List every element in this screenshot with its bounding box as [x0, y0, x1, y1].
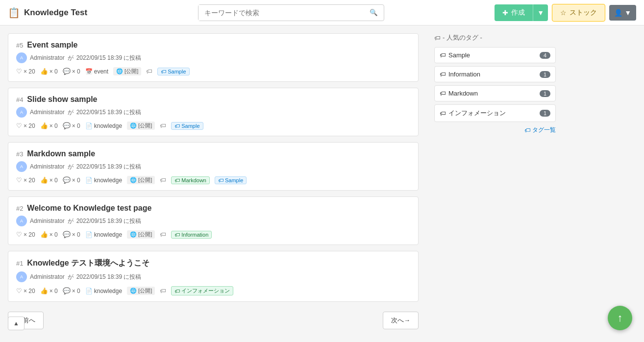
comments-stat: 💬 × 0 — [63, 231, 80, 238]
tag-badge[interactable]: 🏷インフォメーション — [171, 286, 233, 295]
post-meta-connector: が — [68, 108, 74, 117]
tag-icon: 🏷 — [174, 288, 180, 294]
post-author: Administrator — [30, 54, 65, 61]
visibility-badge: 🌐 [公開] — [127, 176, 155, 184]
avatar: A — [16, 161, 27, 172]
likes-count: × 20 — [24, 288, 35, 294]
post-title[interactable]: Slide show sample — [27, 95, 97, 103]
thumbs-count: × 0 — [50, 177, 58, 184]
tag-badge[interactable]: 🏷Sample — [215, 176, 247, 184]
star-icon: ☆ — [560, 9, 567, 17]
tag-list-link[interactable]: 🏷 タグ一覧 — [434, 126, 556, 134]
visibility-text: [公開] — [138, 122, 152, 129]
tag-badge[interactable]: 🏷Information — [171, 231, 212, 239]
tag-count: 4 — [540, 52, 550, 59]
tag-icon-inline: 🏷 — [160, 176, 166, 184]
thumbs-count: × 0 — [50, 122, 58, 129]
visibility-badge: 🌐 [公開] — [127, 230, 155, 239]
search-button[interactable]: 🔍 — [364, 5, 384, 20]
thumbs-icon: 👍 — [40, 231, 48, 238]
tag-icon: 🏷 — [174, 232, 180, 238]
tag-count: 1 — [540, 90, 550, 97]
comments-stat: 💬 × 0 — [63, 287, 80, 294]
category-badge: 📄 knowledge — [85, 231, 122, 238]
user-button[interactable]: 👤 ▼ — [609, 5, 636, 21]
create-dropdown-button[interactable]: ▼ — [533, 4, 548, 21]
tag-list-name: 🏷 Information — [440, 71, 480, 78]
tag-list-item[interactable]: 🏷 インフォメーション 1 — [434, 104, 556, 122]
post-title[interactable]: Markdown sample — [27, 149, 95, 158]
category-name: knowledge — [94, 231, 122, 238]
comments-stat: 💬 × 0 — [63, 68, 80, 75]
create-button[interactable]: ✚ 作成 — [495, 4, 533, 21]
likes-stat: ♡ × 20 — [16, 176, 35, 184]
post-stats: ♡ × 20 👍 × 0 💬 × 0 📄 knowledge 🌐 [公開] 🏷 … — [16, 230, 410, 239]
thumbs-icon: 👍 — [40, 122, 48, 129]
tag-list-item[interactable]: 🏷 Markdown 1 — [434, 85, 556, 101]
tag-count: 1 — [540, 71, 550, 78]
comment-icon: 💬 — [63, 68, 71, 75]
search-input[interactable] — [198, 5, 364, 21]
category-badge: 📄 knowledge — [85, 177, 122, 184]
post-title[interactable]: Knowledge テスト環境へようこそ — [27, 259, 149, 267]
tag-icon: 🏷 — [440, 71, 446, 78]
tag-list-item[interactable]: 🏷 Sample 4 — [434, 47, 556, 63]
post-card: #5 Event sample A Administrator が 2022/0… — [8, 33, 419, 82]
post-title[interactable]: Event sample — [27, 41, 77, 49]
content-area: #5 Event sample A Administrator が 2022/0… — [0, 25, 426, 342]
tag-name: Sample — [448, 51, 470, 59]
post-meta: A Administrator が 2022/09/15 18:39 に投稿 — [16, 216, 410, 226]
tag-badge[interactable]: 🏷Sample — [157, 68, 189, 75]
post-meta: A Administrator が 2022/09/15 18:39 に投稿 — [16, 107, 410, 118]
heart-icon: ♡ — [16, 287, 22, 294]
post-number: #1 — [16, 260, 23, 267]
header-right: ✚ 作成 ▼ ☆ ストック 👤 ▼ — [495, 4, 636, 22]
thumbs-count: × 0 — [50, 68, 58, 75]
avatar: A — [16, 216, 27, 226]
tag-badge[interactable]: 🏷Markdown — [171, 176, 210, 184]
plus-icon: ✚ — [502, 9, 508, 17]
tag-list-name: 🏷 Sample — [440, 51, 470, 59]
tag-badge[interactable]: 🏷Sample — [171, 122, 203, 130]
visibility-text: [公開] — [124, 68, 138, 75]
post-date: 2022/09/15 18:39 に投稿 — [76, 217, 142, 225]
header-left: 📋 Knowledge Test — [8, 7, 87, 19]
comments-stat: 💬 × 0 — [63, 176, 80, 184]
category-name: knowledge — [94, 177, 122, 184]
tag-list: 🏷 Sample 4 🏷 Information 1 🏷 Markdown 1 … — [434, 47, 556, 122]
thumbs-count: × 0 — [50, 288, 58, 294]
category-icon: 📄 — [85, 122, 93, 129]
next-page-button[interactable]: 次へ→ — [383, 312, 419, 329]
post-meta-connector: が — [68, 217, 74, 225]
post-meta: A Administrator が 2022/09/15 18:39 に投稿 — [16, 271, 410, 282]
likes-count: × 20 — [24, 122, 35, 129]
post-meta: A Administrator が 2022/09/15 18:39 に投稿 — [16, 161, 410, 172]
category-icon: 📄 — [85, 288, 93, 294]
heart-icon: ♡ — [16, 122, 22, 129]
visibility-text: [公開] — [138, 287, 152, 294]
tag-list-icon: 🏷 — [524, 127, 530, 134]
comments-count: × 0 — [72, 177, 80, 184]
tag-icon-inline: 🏷 — [160, 231, 166, 238]
heart-icon: ♡ — [16, 176, 22, 184]
likes-stat: ♡ × 20 — [16, 231, 35, 238]
thumbs-stat: 👍 × 0 — [40, 68, 58, 75]
tag-list-name: 🏷 Markdown — [440, 90, 478, 97]
pagination: ←前へ 次へ→ — [8, 308, 419, 333]
tag-icon: 🏷 — [174, 177, 180, 183]
visibility-badge: 🌐 [公開] — [113, 67, 141, 75]
avatar: A — [16, 52, 27, 63]
stock-button[interactable]: ☆ ストック — [552, 4, 605, 22]
scroll-top-button[interactable]: ▲ — [8, 317, 25, 330]
tag-icon: 🏷 — [434, 34, 441, 42]
create-btn-group: ✚ 作成 ▼ — [495, 4, 548, 21]
post-title[interactable]: Welcome to Knowledge test page — [27, 204, 151, 212]
fab-scroll-top[interactable]: ↑ — [608, 306, 632, 330]
tag-list-item[interactable]: 🏷 Information 1 — [434, 66, 556, 82]
post-date: 2022/09/15 18:39 に投稿 — [76, 108, 142, 117]
thumbs-icon: 👍 — [40, 176, 48, 184]
post-author: Administrator — [30, 273, 65, 280]
post-card: #1 Knowledge テスト環境へようこそ A Administrator … — [8, 251, 419, 302]
tag-icon: 🏷 — [218, 177, 223, 183]
post-stats: ♡ × 20 👍 × 0 💬 × 0 📅 event 🌐 [公開] 🏷 🏷Sam — [16, 67, 410, 75]
